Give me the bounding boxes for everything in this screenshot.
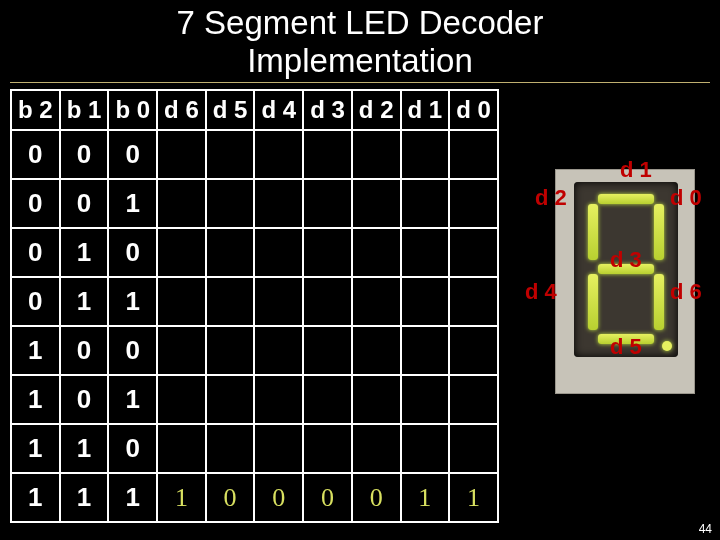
output-cell	[303, 228, 352, 277]
label-d3: d 3	[610, 247, 642, 273]
handwritten-value: 0	[370, 483, 383, 512]
output-cell	[303, 130, 352, 179]
output-cell	[254, 228, 303, 277]
output-cell	[401, 277, 450, 326]
seven-segment-diagram: d 1 d 0 d 2 d 3 d 4 d 6 d 5	[515, 159, 705, 439]
input-cell: 0	[11, 179, 60, 228]
input-cell: 1	[60, 473, 109, 522]
segment-d2	[588, 204, 598, 260]
output-cell	[254, 326, 303, 375]
output-cell	[254, 130, 303, 179]
content-area: b 2b 1b 0d 6d 5d 4d 3d 2d 1d 0 000001010…	[0, 83, 720, 523]
segment-dot	[662, 341, 672, 351]
label-d4: d 4	[525, 279, 557, 305]
decoder-table: b 2b 1b 0d 6d 5d 4d 3d 2d 1d 0 000001010…	[10, 89, 499, 523]
output-cell	[157, 277, 206, 326]
label-d1: d 1	[620, 157, 652, 183]
output-cell	[401, 424, 450, 473]
label-d0: d 0	[670, 185, 702, 211]
output-cell	[449, 179, 498, 228]
output-cell	[449, 326, 498, 375]
col-header: d 3	[303, 90, 352, 130]
input-cell: 0	[11, 228, 60, 277]
output-cell: 1	[449, 473, 498, 522]
output-cell	[206, 326, 255, 375]
segment-d0	[654, 204, 664, 260]
handwritten-value: 1	[175, 483, 188, 512]
col-header: d 4	[254, 90, 303, 130]
page-number: 44	[699, 522, 712, 536]
output-cell	[157, 424, 206, 473]
col-header: b 1	[60, 90, 109, 130]
segment-d6	[654, 274, 664, 330]
output-cell	[206, 228, 255, 277]
output-cell: 0	[352, 473, 401, 522]
output-cell	[449, 277, 498, 326]
output-cell	[254, 277, 303, 326]
output-cell	[352, 130, 401, 179]
table-row: 011	[11, 277, 498, 326]
segment-d1	[598, 194, 654, 204]
output-cell	[401, 130, 450, 179]
input-cell: 0	[60, 130, 109, 179]
col-header: d 6	[157, 90, 206, 130]
output-cell: 0	[254, 473, 303, 522]
handwritten-value: 0	[272, 483, 285, 512]
output-cell: 1	[401, 473, 450, 522]
output-cell	[401, 179, 450, 228]
input-cell: 0	[11, 130, 60, 179]
output-cell	[254, 179, 303, 228]
handwritten-value: 0	[224, 483, 237, 512]
output-cell	[352, 277, 401, 326]
output-cell	[352, 179, 401, 228]
output-cell	[303, 424, 352, 473]
label-d5: d 5	[610, 334, 642, 360]
handwritten-value: 1	[418, 483, 431, 512]
output-cell	[401, 375, 450, 424]
output-cell: 1	[157, 473, 206, 522]
output-cell	[157, 130, 206, 179]
input-cell: 0	[60, 179, 109, 228]
label-d6: d 6	[670, 279, 702, 305]
input-cell: 0	[60, 326, 109, 375]
input-cell: 0	[11, 277, 60, 326]
output-cell	[401, 326, 450, 375]
input-cell: 1	[108, 375, 157, 424]
input-cell: 0	[108, 228, 157, 277]
input-cell: 0	[108, 130, 157, 179]
input-cell: 1	[11, 473, 60, 522]
col-header: d 2	[352, 90, 401, 130]
output-cell	[449, 130, 498, 179]
input-cell: 0	[108, 424, 157, 473]
input-cell: 1	[60, 228, 109, 277]
output-cell	[352, 228, 401, 277]
input-cell: 0	[60, 375, 109, 424]
col-header: d 0	[449, 90, 498, 130]
output-cell	[206, 375, 255, 424]
title-line-2: Implementation	[247, 42, 473, 79]
table-row: 010	[11, 228, 498, 277]
output-cell	[157, 326, 206, 375]
output-cell: 0	[303, 473, 352, 522]
output-cell	[303, 277, 352, 326]
table-row: 110	[11, 424, 498, 473]
input-cell: 1	[108, 277, 157, 326]
output-cell	[254, 424, 303, 473]
output-cell	[254, 375, 303, 424]
input-cell: 1	[108, 179, 157, 228]
input-cell: 1	[11, 424, 60, 473]
table-row: 101	[11, 375, 498, 424]
table-row: 1111000011	[11, 473, 498, 522]
input-cell: 1	[11, 326, 60, 375]
table-row: 100	[11, 326, 498, 375]
input-cell: 1	[108, 473, 157, 522]
table-row: 001	[11, 179, 498, 228]
slide-title: 7 Segment LED Decoder Implementation	[10, 0, 710, 83]
col-header: d 1	[401, 90, 450, 130]
segment-d4	[588, 274, 598, 330]
output-cell	[157, 375, 206, 424]
output-cell	[352, 424, 401, 473]
output-cell	[449, 228, 498, 277]
col-header: b 0	[108, 90, 157, 130]
output-cell	[401, 228, 450, 277]
